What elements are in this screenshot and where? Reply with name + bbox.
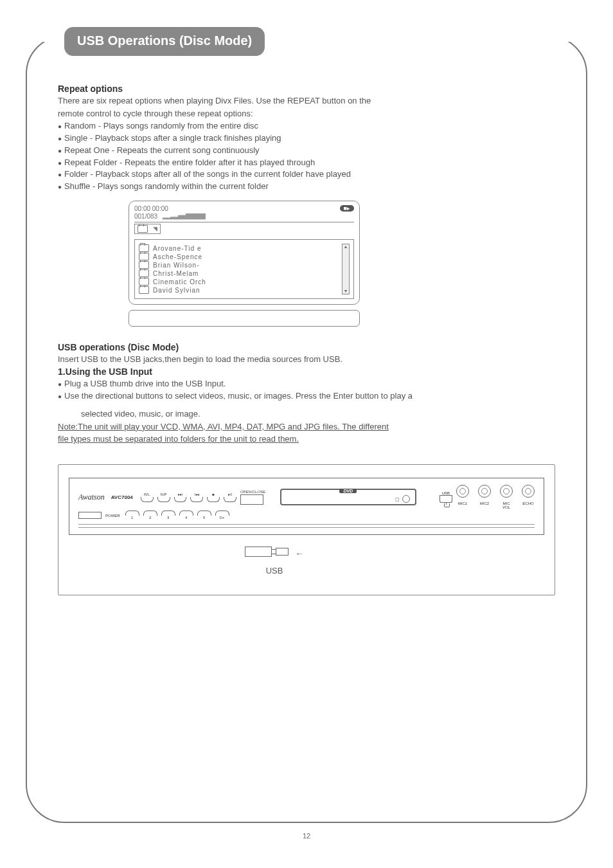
scroll-down-icon: ▾ <box>342 289 349 294</box>
scrollbar: ▴ ▾ <box>342 244 350 294</box>
mic2-knob: MIC2 <box>478 485 491 505</box>
scroll-up-icon: ▴ <box>342 244 349 249</box>
folder-icon <box>139 286 149 294</box>
file-item: Brian Wilson- <box>139 261 254 269</box>
file-item: Asche-Spence <box>139 253 254 260</box>
screen-bars-icon: ▂▂▃▃▅▅▇▇▇▇▇ <box>163 213 205 219</box>
repeat-item: Single - Playback stops after a single t… <box>58 132 555 145</box>
screen-badge-icon: ■▸ <box>340 205 354 212</box>
usb-note-2: file types must be separated into folder… <box>58 433 555 445</box>
device-button: N/P <box>157 493 170 502</box>
file-item: David Sylvian <box>139 286 254 294</box>
echo-knob: ECHO <box>522 485 535 505</box>
usb-step-cont: selected video, music, or image. <box>81 408 555 420</box>
repeat-item: Repeat One - Repeats the current song co… <box>58 145 555 157</box>
repeat-item: Shuffle - Plays songs randomly within th… <box>58 181 555 193</box>
usb-port-icon: USB <box>440 491 452 503</box>
file-item: Arovane-Tid e <box>139 244 254 252</box>
device-num-button: 3 <box>161 511 175 520</box>
power-button <box>78 512 102 519</box>
section-tab: USB Operations (Disc Mode) <box>64 27 265 56</box>
player-screen-diagram: 00:00 00:00 ■▸ 001/083 ▂▂▃▃▅▅▇▇▇▇▇ ◥ Aro… <box>129 201 360 327</box>
device-display: DVD ◻ <box>280 489 416 505</box>
usb-note-1: Note:The unit will play your VCD, WMA, A… <box>58 421 555 433</box>
mic-vol-knob: MIC VOL <box>500 485 513 509</box>
usb-step-item: Plug a USB thumb drive into the USB Inpu… <box>58 378 555 390</box>
usb-ops-intro: Insert USB to the USB jacks,then begin t… <box>58 354 555 365</box>
repeat-item: Random - Plays songs randomly from the e… <box>58 120 555 132</box>
repeat-item: Folder - Playback stops after all of the… <box>58 168 555 181</box>
device-num-button: D+ <box>215 511 229 520</box>
screen-path-icon: ◥ <box>134 224 161 234</box>
usb-steps-list: Plug a USB thumb drive into the USB Inpu… <box>58 378 555 402</box>
repeat-heading: Repeat options <box>58 84 555 94</box>
usb-step-item: Use the directional buttons to select vi… <box>58 390 555 402</box>
device-button: R/L <box>141 493 154 502</box>
device-front-panel: Awatson AVC7004 R/L N/P ▸▸I I◂◂ ■ ▸II OP… <box>69 478 544 535</box>
device-num-button: 4 <box>179 511 193 520</box>
mic1-knob: MIC1 <box>456 485 469 505</box>
power-label: POWER <box>105 514 120 518</box>
screen-track: 001/083 <box>134 213 157 220</box>
device-num-button: 2 <box>143 511 157 520</box>
device-num-button: 5 <box>197 511 211 520</box>
screen-bottom-panel <box>129 310 360 327</box>
device-brand: Awatson <box>78 493 105 502</box>
ir-sensor-icon <box>402 495 410 503</box>
repeat-list: Random - Plays songs randomly from the e… <box>58 120 555 193</box>
repeat-intro-1: There are six repeat options when playin… <box>58 95 555 107</box>
device-model: AVC7004 <box>111 494 133 500</box>
dvd-label: DVD <box>339 489 357 493</box>
usb-ops-heading: USB operations (Disc Mode) <box>58 342 555 352</box>
device-button: ▸II <box>224 493 236 502</box>
open-close-button: OPEN/CLOSE <box>240 490 263 505</box>
device-num-button: 1 <box>125 511 139 520</box>
repeat-item: Repeat Folder - Repeats the entire folde… <box>58 157 555 169</box>
arrow-left-icon: ← <box>295 548 304 559</box>
device-button: ■ <box>207 493 220 502</box>
device-diagram-frame: Awatson AVC7004 R/L N/P ▸▸I I◂◂ ■ ▸II OP… <box>58 464 555 595</box>
page-number: 12 <box>0 832 613 840</box>
screen-time: 00:00 00:00 <box>134 205 168 212</box>
usb-plug-label: USB <box>204 566 345 575</box>
file-item: Cinematic Orch <box>139 278 254 285</box>
device-button: I◂◂ <box>190 493 203 502</box>
device-button: ▸▸I <box>174 493 187 502</box>
eject-icon: ◻ <box>395 496 400 502</box>
repeat-intro-2: remote control to cycle through these re… <box>58 108 555 120</box>
file-item: Christ-Melam <box>139 269 254 277</box>
usb-input-heading: 1.Using the USB Input <box>58 366 555 377</box>
usb-plug-diagram: ← USB <box>204 547 345 575</box>
